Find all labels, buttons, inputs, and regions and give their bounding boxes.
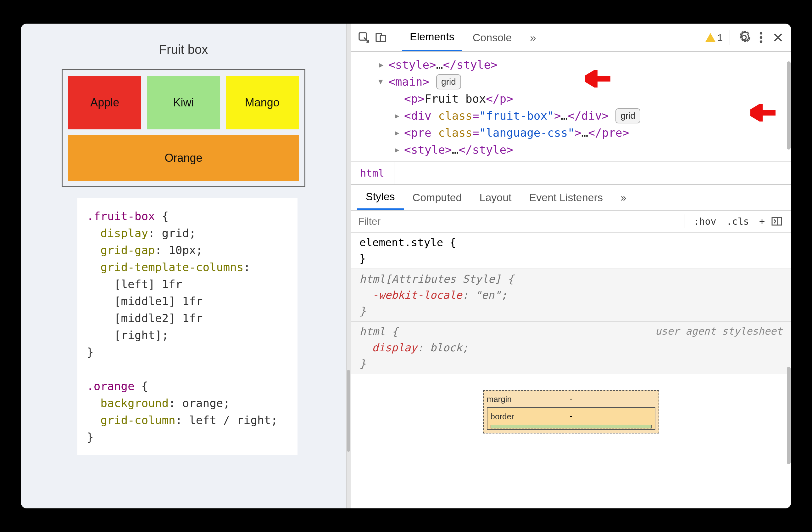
close-icon[interactable] [771,30,785,44]
expand-caret-icon[interactable]: ▶ [395,110,402,122]
dom-node-div-fruitbox[interactable]: ▶ <div class="fruit-box">…</div> grid [366,107,782,124]
inspect-element-icon[interactable] [357,30,371,44]
margin-value: - [569,393,572,405]
rule-html-ua[interactable]: user agent stylesheet html { display: bl… [351,322,791,374]
tab-styles-more[interactable]: » [612,186,635,209]
css-property: display [372,341,417,354]
toolbar-separator [729,30,730,45]
fruit-mango: Mango [226,76,299,129]
dom-node-main[interactable]: ▶ <main> grid [366,73,782,90]
styles-filter-bar: :hov .cls + [351,211,791,233]
scrollbar-thumb[interactable] [787,61,791,150]
tab-elements[interactable]: Elements [402,24,462,51]
tab-styles[interactable]: Styles [357,185,404,210]
rule-selector: html[Attributes Style] { [360,271,782,287]
add-rule-button[interactable]: + [754,213,770,230]
border-label: border [491,412,514,421]
scrollbar-thumb[interactable] [787,367,791,464]
code-sample: .fruit-box { display: grid; grid-gap: 10… [77,198,298,455]
kebab-menu-icon[interactable] [754,30,768,44]
tab-more[interactable]: » [522,25,543,51]
css-value: : "en"; [462,289,507,301]
hov-toggle[interactable]: :hov [688,213,721,230]
rule-selector: element.style { [360,235,782,251]
app-window: Fruit box Apple Kiwi Mango Orange .fruit… [21,24,791,508]
toolbar-separator [395,30,395,45]
expand-caret-icon[interactable]: ▶ [379,59,386,71]
grid-badge[interactable]: grid [436,74,461,89]
toggle-sidebar-icon[interactable] [770,214,784,228]
tab-layout[interactable]: Layout [470,186,520,209]
devtools-pane: Elements Console » 1 ▶ <style>…</style> [351,24,791,508]
collapse-caret-icon[interactable]: ▶ [376,80,387,87]
device-toggle-icon[interactable] [374,30,388,44]
svg-point-4 [760,36,762,39]
elements-tree[interactable]: ▶ <style>…</style> ▶ <main> grid <p>Frui… [351,52,791,162]
styles-tab-bar: Styles Computed Layout Event Listeners » [351,185,791,211]
box-model-padding [491,425,652,429]
separator [685,214,685,228]
svg-rect-2 [380,35,386,42]
styles-filter-input[interactable] [358,215,681,227]
tab-computed[interactable]: Computed [404,186,471,209]
grid-badge[interactable]: grid [615,108,640,123]
rule-close: } [360,356,782,372]
box-model-margin: margin - border - [483,390,659,433]
margin-label: margin [487,394,512,404]
svg-rect-6 [772,218,782,225]
fruit-box-grid: Apple Kiwi Mango Orange [62,69,305,187]
tab-console[interactable]: Console [465,25,520,51]
expand-caret-icon[interactable]: ▶ [395,144,402,155]
tab-event-listeners[interactable]: Event Listeners [521,186,612,209]
expand-caret-icon[interactable]: ▶ [395,127,402,139]
fruit-orange: Orange [68,135,299,181]
rule-close: } [360,251,782,267]
box-model-diagram[interactable]: margin - border - [483,390,659,433]
css-property: -webkit-locale [372,289,462,301]
dom-node-style[interactable]: ▶ <style>…</style> [366,56,782,73]
rule-html-attributes[interactable]: html[Attributes Style] { -webkit-locale:… [351,269,791,322]
warning-icon [706,33,715,42]
styles-panel[interactable]: element.style { } html[Attributes Style]… [351,233,791,508]
border-value: - [569,410,572,422]
annotation-arrow-icon [750,102,775,129]
warnings-badge[interactable]: 1 [706,32,723,43]
preview-title: Fruit box [40,42,328,57]
rule-close: } [360,303,782,319]
warning-count: 1 [717,32,723,43]
user-agent-label: user agent stylesheet [655,324,782,339]
preview-pane: Fruit box Apple Kiwi Mango Orange .fruit… [21,24,346,508]
fruit-kiwi: Kiwi [147,76,220,129]
dom-node-pre[interactable]: ▶ <pre class="language-css">…</pre> [366,124,782,141]
svg-point-3 [760,32,762,34]
scrollbar-thumb[interactable] [347,370,350,452]
fruit-apple: Apple [68,76,141,129]
devtools-toolbar: Elements Console » 1 [351,24,791,52]
dom-node-style2[interactable]: ▶ <style>…</style> [366,141,782,158]
svg-point-5 [760,40,762,43]
gear-icon[interactable] [737,30,751,44]
rule-element-style[interactable]: element.style { } [351,233,791,269]
css-value: : block; [417,341,468,354]
breadcrumb-html[interactable]: html [351,162,394,184]
pane-splitter[interactable] [346,24,351,508]
breadcrumb-bar: html [351,162,791,185]
box-model-border: border - [487,407,655,430]
cls-toggle[interactable]: .cls [722,213,754,230]
annotation-arrow-icon [585,68,610,95]
dom-node-p[interactable]: <p>Fruit box</p> [366,90,782,107]
